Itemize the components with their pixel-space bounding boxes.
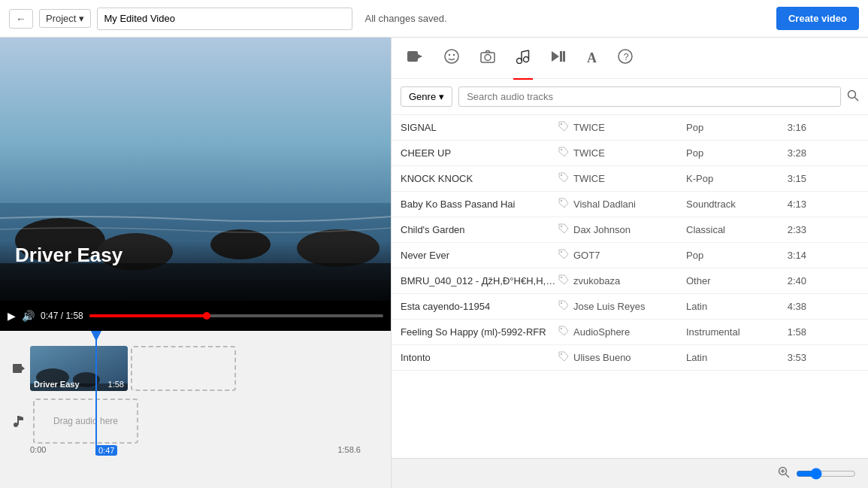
video-clip[interactable]: Driver Easy 1:58 xyxy=(30,346,128,391)
track-name: Esta cayendo-11954 xyxy=(401,301,558,312)
track-name: SIGNAL xyxy=(401,122,558,133)
track-row[interactable]: SIGNAL TWICE Pop 3:16 xyxy=(392,115,868,141)
svg-point-39 xyxy=(561,251,562,253)
volume-button[interactable]: 🔊 xyxy=(22,310,35,322)
svg-point-34 xyxy=(561,123,562,125)
track-row[interactable]: Feeling So Happy (ml)-5992-RFR AudioSphe… xyxy=(392,320,868,345)
track-artist: TWICE xyxy=(573,147,686,159)
track-artist: Dax Johnson xyxy=(573,224,686,235)
track-row[interactable]: CHEER UP TWICE Pop 3:28 xyxy=(392,141,868,166)
track-genre: Pop xyxy=(686,147,776,159)
main-content: Driver Easy ▶ 🔊 0:47 / 1:58 xyxy=(0,38,868,488)
video-title-input[interactable] xyxy=(97,8,352,30)
tab-music[interactable] xyxy=(513,46,533,71)
search-input[interactable] xyxy=(458,86,841,107)
create-video-button[interactable]: Create video xyxy=(776,7,859,30)
text-icon: A xyxy=(587,50,597,65)
audio-track-icon xyxy=(8,414,30,428)
track-name: Never Ever xyxy=(401,250,558,261)
audio-placeholder: Drag audio here xyxy=(53,416,118,426)
track-tag-icon xyxy=(558,172,573,185)
video-drop-zone[interactable] xyxy=(131,346,236,391)
icon-tab-bar: A ? xyxy=(392,38,868,79)
track-genre: Latin xyxy=(686,301,776,312)
video-track-row: Driver Easy 1:58 xyxy=(0,338,391,399)
track-list: SIGNAL TWICE Pop 3:16 CHEER UP TWICE Pop… xyxy=(392,115,868,458)
track-tag-icon xyxy=(558,121,573,134)
track-tag-icon xyxy=(558,351,573,364)
play-button[interactable]: ▶ xyxy=(8,310,16,322)
tab-emoji[interactable] xyxy=(441,46,462,71)
right-panel: A ? Genre ▾ xyxy=(391,38,868,488)
track-duration: 2:40 xyxy=(776,275,806,286)
project-label: Project xyxy=(46,13,76,24)
svg-marker-16 xyxy=(418,54,422,59)
track-row[interactable]: BMRU_040_012 - ДžН,Đ°Н€Н,Н,Đ... zvukobaz… xyxy=(392,268,868,294)
svg-point-40 xyxy=(561,277,562,278)
playhead[interactable] xyxy=(95,331,97,455)
svg-point-21 xyxy=(485,54,491,60)
audio-drop-zone[interactable]: Drag audio here xyxy=(33,399,138,444)
svg-point-17 xyxy=(445,50,458,63)
audio-panel: Genre ▾ SIGNAL xyxy=(392,79,868,458)
track-name: KNOCK KNOCK xyxy=(401,173,558,184)
track-artist: Vishal Dadlani xyxy=(573,199,686,210)
time-start: 0:00 xyxy=(30,445,46,454)
track-genre: K-Pop xyxy=(686,173,776,184)
track-duration: 3:53 xyxy=(776,352,806,363)
track-row[interactable]: Child's Garden Dax Johnson Classical 2:3… xyxy=(392,217,868,243)
svg-line-45 xyxy=(786,474,790,478)
tab-video[interactable] xyxy=(404,47,426,70)
track-row[interactable]: Never Ever GOT7 Pop 3:14 xyxy=(392,243,868,268)
tab-help[interactable]: ? xyxy=(615,46,636,71)
project-dropdown[interactable]: Project ▾ xyxy=(39,9,91,28)
time-mid: 0:47 xyxy=(95,445,117,456)
svg-point-43 xyxy=(561,353,562,355)
track-tag-icon xyxy=(558,223,573,236)
track-duration: 3:16 xyxy=(776,122,806,133)
svg-rect-29 xyxy=(563,51,565,62)
track-name: CHEER UP xyxy=(401,147,558,159)
progress-fill xyxy=(89,314,207,317)
video-track-icon xyxy=(8,362,30,375)
track-duration: 1:58 xyxy=(776,326,806,338)
track-artist: Jose Luis Reyes xyxy=(573,301,686,312)
track-genre: Classical xyxy=(686,224,776,235)
progress-bar[interactable] xyxy=(89,314,383,317)
search-button[interactable] xyxy=(847,89,859,105)
track-genre: Other xyxy=(686,275,776,286)
zoom-slider[interactable] xyxy=(796,468,856,480)
tab-skip[interactable] xyxy=(548,47,569,70)
timeline: Driver Easy 1:58 Drag audio here xyxy=(0,331,391,488)
svg-text:?: ? xyxy=(624,51,629,62)
track-name: Intonto xyxy=(401,352,558,363)
video-preview: Driver Easy xyxy=(0,38,391,301)
svg-marker-8 xyxy=(22,366,25,371)
track-row[interactable]: Intonto Ulises Bueno Latin 3:53 xyxy=(392,345,868,371)
track-duration: 4:38 xyxy=(776,301,806,312)
track-tag-icon xyxy=(558,274,573,287)
bottom-bar xyxy=(392,458,868,488)
track-genre: Latin xyxy=(686,352,776,363)
track-row[interactable]: KNOCK KNOCK TWICE K-Pop 3:15 xyxy=(392,166,868,192)
track-genre: Pop xyxy=(686,250,776,261)
back-button[interactable]: ← xyxy=(9,9,33,29)
project-dropdown-icon: ▾ xyxy=(79,13,84,24)
track-tag-icon xyxy=(558,147,573,159)
saved-status: All changes saved. xyxy=(364,13,446,24)
track-artist: AudioSphere xyxy=(573,326,686,338)
svg-marker-27 xyxy=(552,51,559,62)
tab-text[interactable]: A xyxy=(584,47,600,69)
svg-point-37 xyxy=(561,200,562,202)
svg-point-36 xyxy=(561,174,562,176)
track-artist: TWICE xyxy=(573,173,686,184)
tab-camera[interactable] xyxy=(477,47,498,70)
track-artist: GOT7 xyxy=(573,250,686,261)
track-row[interactable]: Esta cayendo-11954 Jose Luis Reyes Latin… xyxy=(392,294,868,320)
track-duration: 2:33 xyxy=(776,224,806,235)
svg-rect-7 xyxy=(13,364,22,373)
genre-filter-button[interactable]: Genre ▾ xyxy=(401,86,452,107)
svg-rect-28 xyxy=(560,51,562,62)
track-row[interactable]: Baby Ko Bass Pasand Hai Vishal Dadlani S… xyxy=(392,192,868,217)
track-duration: 4:13 xyxy=(776,199,806,210)
